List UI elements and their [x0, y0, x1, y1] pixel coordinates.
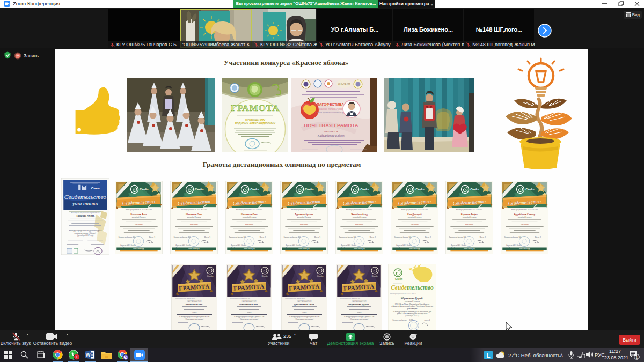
svg-text:ученик(ца) 2 класса: ученик(ца) 2 класса — [187, 216, 201, 218]
svg-text:L: L — [487, 352, 491, 359]
svg-text:КГУ ОШ № 75 им. Жандарбека Кra: КГУ ОШ № 75 им. Жандарбека Кracatbayeva — [395, 303, 429, 305]
svg-text:www.снейл.рф: www.снейл.рф — [409, 248, 420, 250]
svg-text:Место: 9: Место: 9 — [425, 236, 431, 238]
svg-text:Количество баллов: 100: Количество баллов: 100 — [449, 236, 466, 238]
svg-text:Директор ЦДО «Снейл»: Директор ЦДО «Снейл» — [175, 244, 191, 246]
svg-text:Количество баллов:: Количество баллов: — [393, 319, 407, 321]
svg-text:Количество баллов: 100: Количество баллов: 100 — [119, 236, 136, 238]
svg-text:место: 2: место: 2 — [424, 319, 430, 321]
svg-text:Турланов Арсени: Турланов Арсени — [295, 213, 313, 216]
svg-text:Ким Дмитрий: Ким Дмитрий — [407, 213, 422, 216]
svg-text:«Новогодние мастерские»: «Новогодние мастерские» — [295, 318, 314, 320]
svg-text:Директор ЦДО «Снейл»: Директор ЦДО «Снейл» — [451, 244, 466, 246]
svg-text:участвовал: участвовал — [355, 223, 363, 225]
svg-text:Дюсембаева Гали.: Дюсембаева Гали. — [294, 303, 314, 306]
svg-text:участвовал: участвовал — [135, 223, 143, 225]
svg-text:Снейл: Снейл — [317, 275, 324, 277]
svg-text:НАГРАЖДАЕТСЯ: НАГРАЖДАЕТСЯ — [187, 300, 202, 302]
svg-text:www.снейл.рф: www.снейл.рф — [133, 248, 144, 250]
svg-text:Количество баллов: 100: Количество баллов: 100 — [229, 236, 246, 238]
svg-text:Жакибаев Асад: Жакибаев Асад — [350, 213, 368, 216]
svg-text:Снейл: Снейл — [262, 275, 269, 277]
svg-text:Свидетельство: Свидетельство — [391, 284, 434, 291]
svg-text:ПРОВИДЕНИЮ: ПРОВИДЕНИЮ — [245, 118, 265, 121]
svg-text:Снейл: Снейл — [207, 275, 214, 277]
svg-text:ученица 2 класса: ученица 2 класса — [405, 300, 420, 302]
svg-text:(6 октября 2017 г.): (6 октября 2017 г.) — [405, 315, 419, 317]
svg-text:Снейл: Снейл — [525, 188, 534, 191]
svg-text:НАГРАЖДАЕТСЯ: НАГРАЖДАЕТСЯ — [242, 300, 257, 302]
svg-text:1: 1 — [636, 356, 638, 359]
svg-text:участвовал: участвовал — [245, 223, 253, 225]
svg-text:Количество баллов: 100: Количество баллов: 100 — [284, 236, 301, 238]
svg-text:Директор ЦДО «Снейл»: Директор ЦДО «Снейл» — [341, 244, 356, 246]
svg-text:Директор ЦДО «Снейл»: Директор ЦДО «Снейл» — [396, 244, 412, 246]
svg-text:Снейл: Снейл — [195, 188, 203, 191]
svg-text:участвовал: участвовал — [411, 223, 419, 225]
svg-text:Ибраимова Дарий.: Ибраимова Дарий. — [348, 303, 369, 306]
svg-text:Регистрационный № 2021-В-67584: Регистрационный № 2021-В-67584 — [181, 209, 207, 211]
svg-text:Директор ЦДО «Снейл»: Директор ЦДО «Снейл» — [506, 244, 522, 246]
svg-text:ученик(ца) 2 класса: ученик(ца) 2 класса — [243, 216, 257, 218]
svg-text:V Международного конкурса дете: V Международного конкурса детей и СПВ — [234, 316, 264, 318]
svg-text:Снейл: Снейл — [360, 188, 369, 191]
svg-text:V Международного конкурса дете: V Международного конкурса детей и СПВ — [344, 316, 374, 318]
svg-text:Регистрационный № 2021-В-675: Регистрационный № 2021-В-675 — [230, 298, 250, 299]
svg-text:Кадырбекqq Елдосу: Кадырбекqq Елдосу — [317, 134, 345, 137]
svg-text:«Новогодние мастерские»: «Новогодние мастерские» — [349, 318, 369, 320]
svg-text:Международного Видеоконкурса: Международного Видеоконкурса — [69, 230, 102, 232]
svg-text:Регистрационный № 2021-В-67584: Регистрационный № 2021-В-67584 — [126, 209, 152, 211]
svg-text:ученик(ца) 2 класса: ученик(ца) 2 класса — [518, 216, 532, 218]
svg-text:Регистрационный № 2021-В-67584: Регистрационный № 2021-В-67584 — [346, 209, 372, 211]
svg-text:участвовал: участвовал — [465, 223, 473, 225]
svg-text:«Новогодние мастерские»: «Новогодние мастерские» — [239, 318, 259, 320]
svg-text:Место: 9: Место: 9 — [535, 236, 541, 238]
svg-text:участника: участника — [72, 201, 98, 207]
svg-text:Быстрый мартышка приняй об: Быстрый мартышка приняй об — [71, 212, 99, 214]
svg-text:Снейл: Снейл — [250, 188, 259, 191]
svg-text:Красное яблоко Алматы: Красное яблоко Алматы — [318, 108, 346, 110]
svg-text:(декабрь 2017 год): (декабрь 2017 год) — [77, 235, 93, 237]
svg-text:V Международного конкурса дете: V Международного конкурса детей и СПВ — [289, 316, 319, 318]
svg-text:Бахытчев Алег: Бахытчев Алег — [131, 213, 147, 216]
svg-text:Место: 9: Место: 9 — [314, 236, 321, 238]
svg-text:Шайжанова Аль.: Шайжанова Аль. — [239, 303, 259, 306]
svg-text:НАГРАЖДАЕТСЯ: НАГРАЖДАЕТСЯ — [352, 300, 367, 302]
svg-text:детей с ОВЗ «Новогодняя мастер: детей с ОВЗ «Новогодняя мастерская» — [397, 313, 428, 315]
svg-text:участницей: участницей — [407, 308, 418, 310]
svg-text:Количество баллов: 100: Количество баллов: 100 — [394, 236, 412, 238]
svg-text:ученик(ца) 2 класса: ученик(ца) 2 класса — [353, 216, 367, 218]
svg-text:OREASYM: OREASYM — [338, 83, 350, 85]
svg-text:Регистрационный № 2021-В-67584: Регистрационный № 2021-В-67584 — [291, 209, 317, 211]
svg-text:«Новогодние мастерские»: «Новогодние мастерские» — [185, 318, 204, 320]
svg-text:Тажибај Алим.: Тажибај Алим. — [76, 214, 95, 217]
svg-text:ученик(ца) 2 класса: ученик(ца) 2 класса — [297, 216, 311, 218]
svg-text:Свидетельство: Свидетельство — [64, 194, 107, 200]
svg-text:IV Международной олимпиады по: IV Международной олимпиады по технологии… — [393, 311, 431, 313]
svg-text:Занял: Занял — [247, 312, 252, 314]
svg-text:Место: 9: Место: 9 — [480, 236, 486, 238]
svg-text:Регистрационный № 2021-В-675: Регистрационный № 2021-В-675 — [340, 298, 360, 299]
svg-text:www.снейл.рф: www.снейл.рф — [188, 248, 200, 250]
svg-text:Регистрационный № 2021-В-67584: Регистрационный № 2021-В-67584 — [401, 209, 428, 211]
svg-text:Место: 9: Место: 9 — [260, 236, 266, 238]
svg-text:Количество баллов: 100: Количество баллов: 100 — [174, 236, 191, 238]
svg-text:www.снейл.рф: www.снейл.рф — [464, 248, 475, 250]
svg-text:ГРАМОТА: ГРАМОТА — [231, 103, 279, 113]
svg-text:по мониторов «Слон»: по мониторов «Слон» — [75, 232, 97, 234]
svg-text:РОДИОНУ АЛЕКСАНДРОВИЧУ: РОДИОНУ АЛЕКСАНДРОВИЧУ — [235, 122, 276, 125]
svg-text:Регистрационный № 2021-В-67584: Регистрационный № 2021-В-67584 — [236, 209, 262, 211]
svg-text:Место: 9: Место: 9 — [149, 236, 156, 238]
svg-text:Шахметов Олег: Шахметов Олег — [186, 213, 202, 216]
svg-text:Регистрационный № 2021-В-675: Регистрационный № 2021-В-675 — [175, 298, 195, 299]
svg-text:ученик(ца) 2 класса: ученик(ца) 2 класса — [408, 216, 422, 218]
svg-text:Снейл: Снейл — [372, 275, 379, 277]
svg-text:Ибраимова Дарий.: Ибраимова Дарий. — [401, 297, 423, 300]
svg-text:Снейл: Снейл — [395, 277, 402, 280]
svg-text:ПОЧЁТНАЯ ГРАМОТА: ПОЧЁТНАЯ ГРАМОТА — [304, 122, 358, 128]
svg-text:Снеи: Снеи — [91, 186, 100, 190]
svg-text:НАГРАЖДАЕТСЯ: НАГРАЖДАЕТСЯ — [297, 300, 312, 302]
svg-text:Количество баллов: 100: Количество баллов: 100 — [504, 236, 522, 238]
svg-text:Регистрационный № 2021-В-67584: Регистрационный № 2021-В-67584 — [511, 209, 538, 211]
svg-text:W: W — [86, 352, 91, 358]
